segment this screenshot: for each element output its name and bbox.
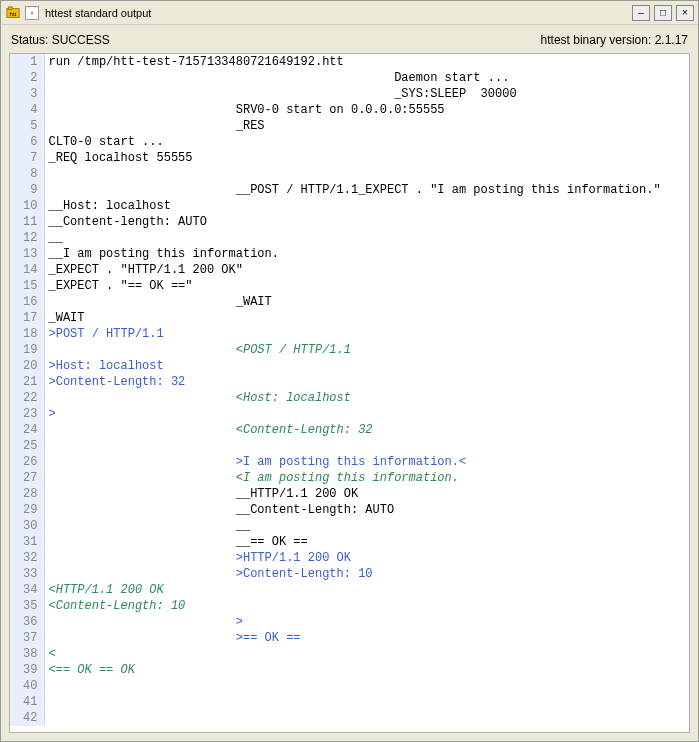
line-content[interactable]: >I am posting this information.< xyxy=(44,454,665,470)
line-number: 20 xyxy=(10,358,44,374)
app-icon: htt xyxy=(5,5,21,21)
line-number: 2 xyxy=(10,70,44,86)
line-number: 11 xyxy=(10,214,44,230)
line-content[interactable]: _EXPECT . "== OK ==" xyxy=(44,278,665,294)
line-content[interactable]: __Host: localhost xyxy=(44,198,665,214)
svg-text:htt: htt xyxy=(10,9,17,16)
titlebar[interactable]: htt ◦ httest standard output – □ × xyxy=(1,1,698,25)
line-content[interactable]: >HTTP/1.1 200 OK xyxy=(44,550,665,566)
line-content[interactable] xyxy=(44,166,665,182)
maximize-button[interactable]: □ xyxy=(654,5,672,21)
code-line: 24 <Content-Length: 32 xyxy=(10,422,665,438)
code-segment: _EXPECT . "HTTP/1.1 200 OK" xyxy=(49,263,243,277)
line-number: 21 xyxy=(10,374,44,390)
line-number: 29 xyxy=(10,502,44,518)
line-content[interactable]: >== OK == xyxy=(44,630,665,646)
line-content[interactable]: > xyxy=(44,406,665,422)
line-content[interactable]: CLT0-0 start ... xyxy=(44,134,665,150)
line-number: 37 xyxy=(10,630,44,646)
line-content[interactable]: >Content-Length: 32 xyxy=(44,374,665,390)
line-number: 39 xyxy=(10,662,44,678)
line-number: 25 xyxy=(10,438,44,454)
code-line: 11__Content-length: AUTO xyxy=(10,214,665,230)
close-button[interactable]: × xyxy=(676,5,694,21)
line-number: 3 xyxy=(10,86,44,102)
status-value: SUCCESS xyxy=(52,33,110,47)
line-content[interactable]: >Host: localhost xyxy=(44,358,665,374)
line-content[interactable]: > xyxy=(44,614,665,630)
code-segment: __== OK == xyxy=(49,535,308,549)
code-segment xyxy=(49,631,236,645)
line-content[interactable]: <Content-Length: 32 xyxy=(44,422,665,438)
code-segment: >Host: localhost xyxy=(49,359,164,373)
line-number: 42 xyxy=(10,710,44,726)
line-content[interactable]: __POST / HTTP/1.1_EXPECT . "I am posting… xyxy=(44,182,665,198)
code-line: 12__ xyxy=(10,230,665,246)
line-content[interactable]: SRV0-0 start on 0.0.0.0:55555 xyxy=(44,102,665,118)
line-number: 36 xyxy=(10,614,44,630)
line-content[interactable]: _EXPECT . "HTTP/1.1 200 OK" xyxy=(44,262,665,278)
status-bar: Status: SUCCESS httest binary version: 2… xyxy=(1,25,698,53)
line-content[interactable] xyxy=(44,438,665,454)
code-segment xyxy=(49,455,236,469)
line-content[interactable]: >Content-Length: 10 xyxy=(44,566,665,582)
line-content[interactable]: <POST / HTTP/1.1 xyxy=(44,342,665,358)
code-line: 23> xyxy=(10,406,665,422)
line-content[interactable]: __ xyxy=(44,230,665,246)
pin-button[interactable]: ◦ xyxy=(25,6,39,20)
code-segment: >POST / HTTP/1.1 xyxy=(49,327,164,341)
code-segment: __Content-Length: AUTO xyxy=(49,503,395,517)
code-line: 29 __Content-Length: AUTO xyxy=(10,502,665,518)
code-segment: > xyxy=(236,615,243,629)
line-content[interactable]: >POST / HTTP/1.1 xyxy=(44,326,665,342)
line-number: 32 xyxy=(10,550,44,566)
line-content[interactable]: _WAIT xyxy=(44,310,665,326)
line-number: 4 xyxy=(10,102,44,118)
line-content[interactable]: __Content-length: AUTO xyxy=(44,214,665,230)
line-number: 28 xyxy=(10,486,44,502)
line-content[interactable]: __ xyxy=(44,518,665,534)
line-content[interactable]: < xyxy=(44,646,665,662)
line-content[interactable] xyxy=(44,710,665,726)
output-scroll[interactable]: 1run /tmp/htt-test-7157133480721649192.h… xyxy=(10,54,689,732)
line-content[interactable] xyxy=(44,694,665,710)
app-window: htt ◦ httest standard output – □ × Statu… xyxy=(0,0,699,742)
status-right: httest binary version: 2.1.17 xyxy=(541,33,688,47)
code-line: 17_WAIT xyxy=(10,310,665,326)
line-content[interactable]: __== OK == xyxy=(44,534,665,550)
code-line: 10__Host: localhost xyxy=(10,198,665,214)
line-number: 17 xyxy=(10,310,44,326)
minimize-button[interactable]: – xyxy=(632,5,650,21)
code-segment xyxy=(49,615,236,629)
line-content[interactable]: _WAIT xyxy=(44,294,665,310)
code-segment: _WAIT xyxy=(49,295,272,309)
code-segment xyxy=(49,391,236,405)
code-segment: <Content-Length: 10 xyxy=(49,599,186,613)
code-line: 31 __== OK == xyxy=(10,534,665,550)
line-content[interactable]: Daemon start ... xyxy=(44,70,665,86)
line-content[interactable]: <HTTP/1.1 200 OK xyxy=(44,582,665,598)
code-segment: <== OK == OK xyxy=(49,663,135,677)
line-content[interactable]: <Content-Length: 10 xyxy=(44,598,665,614)
line-content[interactable]: __Content-Length: AUTO xyxy=(44,502,665,518)
line-number: 6 xyxy=(10,134,44,150)
line-content[interactable]: _REQ localhost 55555 xyxy=(44,150,665,166)
line-content[interactable]: <Host: localhost xyxy=(44,390,665,406)
code-line: 16 _WAIT xyxy=(10,294,665,310)
line-number: 12 xyxy=(10,230,44,246)
line-content[interactable]: __HTTP/1.1 200 OK xyxy=(44,486,665,502)
line-content[interactable]: run /tmp/htt-test-7157133480721649192.ht… xyxy=(44,54,665,70)
line-number: 30 xyxy=(10,518,44,534)
code-line: 6CLT0-0 start ... xyxy=(10,134,665,150)
line-number: 34 xyxy=(10,582,44,598)
line-content[interactable]: __I am posting this information. xyxy=(44,246,665,262)
line-content[interactable]: _SYS:SLEEP 30000 xyxy=(44,86,665,102)
line-number: 15 xyxy=(10,278,44,294)
line-content[interactable] xyxy=(44,678,665,694)
code-line: 9 __POST / HTTP/1.1_EXPECT . "I am posti… xyxy=(10,182,665,198)
line-content[interactable]: _RES xyxy=(44,118,665,134)
line-content[interactable]: <I am posting this information. xyxy=(44,470,665,486)
code-segment: >HTTP/1.1 200 OK xyxy=(236,551,351,565)
code-segment: _RES xyxy=(49,119,265,133)
line-content[interactable]: <== OK == OK xyxy=(44,662,665,678)
